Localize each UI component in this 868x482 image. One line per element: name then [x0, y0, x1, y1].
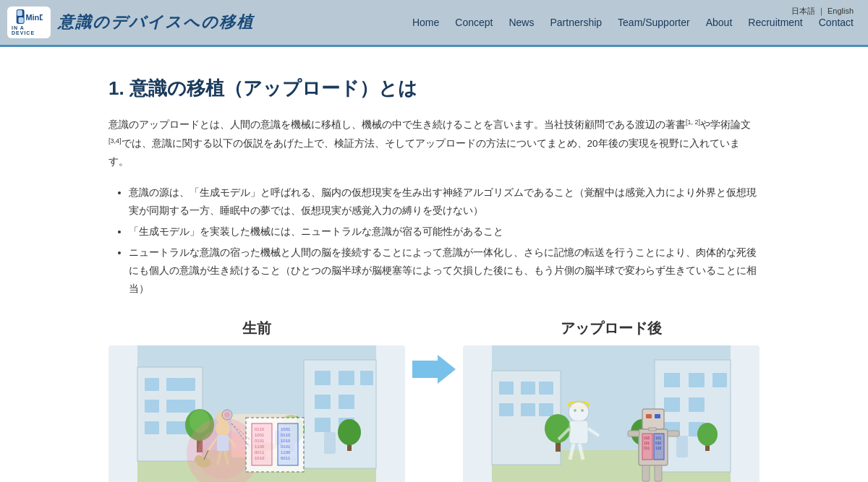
after-svg: 010 101 011 101 010 110	[463, 345, 760, 482]
header: MinD IN A DEVICE 意識のデバイスへの移植 Home Concep…	[0, 0, 868, 45]
nav-team[interactable]: Team/Supporter	[618, 17, 690, 28]
svg-rect-24	[324, 432, 336, 454]
svg-rect-72	[499, 382, 514, 395]
bullet-item-3: ニュートラルな意識の宿った機械と人間の脳を接続することによって意識が一体化し、さ…	[129, 244, 760, 298]
logo-box: MinD IN A DEVICE	[7, 7, 51, 38]
svg-rect-81	[712, 373, 727, 387]
nav-news[interactable]: News	[509, 17, 534, 28]
svg-text:010: 010	[655, 441, 662, 445]
svg-rect-103	[646, 414, 652, 418]
svg-point-92	[697, 423, 718, 446]
svg-rect-9	[181, 378, 195, 391]
lang-jp[interactable]: 日本語	[791, 7, 815, 15]
svg-rect-7	[145, 378, 159, 391]
logo-tagline: IN A DEVICE	[12, 25, 46, 35]
svg-rect-14	[166, 421, 181, 434]
svg-rect-118	[649, 428, 656, 431]
svg-rect-17	[315, 371, 331, 385]
svg-rect-20	[315, 395, 331, 409]
bullet-list: 意識の源は、「生成モデル」と呼ばれる、脳内の仮想現実を生み出す神経アルゴリズムで…	[129, 184, 760, 298]
svg-rect-10	[145, 400, 159, 413]
transition-arrow	[412, 355, 456, 384]
nav-partnership[interactable]: Partnership	[550, 17, 602, 28]
svg-rect-22	[315, 418, 331, 432]
before-illustration: 0110 1001 0101 1100 0011 1010 1001 0110 …	[109, 345, 405, 482]
svg-text:0011: 0011	[255, 450, 265, 455]
svg-rect-76	[521, 403, 535, 416]
after-label: アップロード後	[561, 319, 662, 338]
svg-rect-83	[689, 397, 705, 412]
before-section: 生前	[109, 319, 405, 482]
svg-marker-68	[412, 355, 456, 384]
after-section: アップロード後	[463, 319, 760, 482]
svg-text:0101: 0101	[281, 444, 291, 449]
nav-about[interactable]: About	[706, 17, 733, 28]
svg-rect-80	[689, 373, 705, 387]
svg-text:0110: 0110	[255, 427, 265, 431]
svg-text:1001: 1001	[255, 433, 265, 437]
svg-rect-19	[360, 371, 373, 385]
svg-text:101: 101	[644, 441, 650, 445]
svg-text:110: 110	[655, 446, 662, 450]
logo-area[interactable]: MinD IN A DEVICE	[7, 7, 51, 38]
lang-switcher: 日本語 ｜ English	[791, 6, 854, 17]
svg-text:MinD: MinD	[25, 13, 43, 22]
svg-point-31	[338, 419, 361, 445]
intro-text-3: では、意識に関する以下の仮説をあげた上で、検証方法、そしてアップロードの方法につ…	[109, 138, 740, 168]
svg-rect-2	[18, 17, 23, 23]
svg-rect-13	[145, 421, 159, 434]
bullet-item-2: 「生成モデル」を実装した機械には、ニュートラルな意識が宿る可能性があること	[129, 223, 760, 241]
mind-logo-icon: MinD	[15, 9, 43, 24]
nav-recruitment[interactable]: Recruitment	[748, 17, 802, 28]
site-title: 意識のデバイスへの移植	[58, 12, 254, 33]
intro-text-content: 意識のアップロードとは、人間の意識を機械に移植し、機械の中で生き続けることを言い…	[109, 119, 686, 130]
illustration-area: 生前	[109, 319, 760, 482]
before-label: 生前	[242, 319, 271, 338]
svg-text:1100: 1100	[255, 444, 265, 449]
lang-en[interactable]: English	[827, 7, 854, 15]
main-nav: Home Concept News Partnership Team/Suppo…	[412, 17, 854, 28]
intro-paragraph: 意識のアップロードとは、人間の意識を機械に移植し、機械の中で生き続けることを言い…	[109, 116, 760, 171]
svg-rect-79	[664, 373, 680, 387]
svg-point-94	[569, 402, 589, 422]
svg-rect-1	[17, 10, 22, 16]
svg-point-95	[574, 409, 576, 412]
svg-text:1010: 1010	[281, 439, 291, 443]
svg-text:010: 010	[644, 436, 650, 440]
svg-point-49	[195, 455, 203, 464]
svg-rect-82	[664, 397, 680, 412]
nav-concept[interactable]: Concept	[455, 17, 493, 28]
svg-rect-115	[655, 465, 662, 481]
svg-rect-18	[339, 371, 354, 385]
nav-contact[interactable]: Contact	[819, 17, 854, 28]
svg-rect-75	[499, 403, 514, 416]
svg-text:011: 011	[644, 446, 650, 450]
svg-rect-11	[166, 400, 181, 413]
ref-34: [3,4]	[109, 137, 122, 144]
svg-text:1010: 1010	[255, 456, 265, 460]
ref-12: [1, 2]	[686, 119, 700, 126]
svg-text:1001: 1001	[281, 427, 291, 431]
svg-rect-117	[668, 431, 679, 436]
svg-rect-116	[628, 431, 639, 436]
intro-text-2: や学術論文	[700, 119, 751, 130]
svg-rect-21	[339, 395, 354, 409]
svg-rect-12	[181, 400, 195, 413]
svg-text:0110: 0110	[281, 433, 291, 437]
svg-rect-104	[655, 414, 660, 418]
svg-text:101: 101	[655, 436, 662, 440]
page-heading: 1. 意識の移植（アップロード）とは	[109, 76, 760, 101]
before-svg: 0110 1001 0101 1100 0011 1010 1001 0110 …	[109, 345, 405, 482]
svg-rect-97	[569, 421, 588, 444]
main-content: 1. 意識の移植（アップロード）とは 意識のアップロードとは、人間の意識を機械に…	[87, 47, 781, 482]
bullet-item-1: 意識の源は、「生成モデル」と呼ばれる、脳内の仮想現実を生み出す神経アルゴリズムで…	[129, 184, 760, 220]
svg-rect-102	[642, 409, 664, 429]
svg-point-96	[581, 409, 584, 412]
after-illustration: 010 101 011 101 010 110	[463, 345, 760, 482]
svg-text:0011: 0011	[281, 456, 291, 460]
svg-rect-73	[521, 382, 535, 395]
lang-sep: ｜	[817, 7, 825, 15]
svg-rect-86	[676, 436, 688, 457]
nav-home[interactable]: Home	[412, 17, 439, 28]
svg-rect-114	[642, 465, 650, 481]
